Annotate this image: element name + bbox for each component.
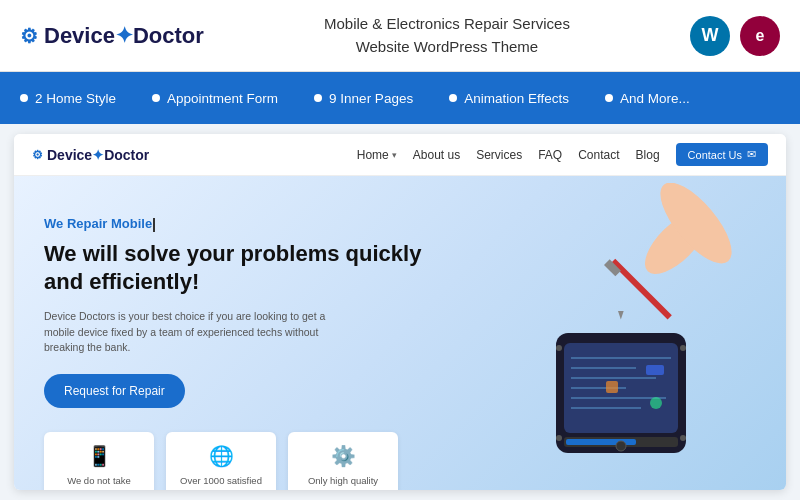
feat-card-0: 📱 We do not take money for diagnostics [44, 432, 154, 490]
platform-icons: W e [690, 16, 780, 56]
cursor-icon [153, 218, 155, 232]
feature-item-3: Animation Effects [431, 91, 587, 106]
hero-tagline: We Repair Mobile [44, 216, 436, 232]
svg-point-19 [556, 345, 562, 351]
feat-card-1-text: Over 1000 satisfied customers [180, 474, 262, 490]
feat-card-1: 🌐 Over 1000 satisfied customers [166, 432, 276, 490]
feature-item-1: Appointment Form [134, 91, 296, 106]
theme-title: Mobile & Electronics Repair Services Web… [324, 13, 570, 58]
nav-blog[interactable]: Blog [636, 148, 660, 162]
svg-point-21 [556, 435, 562, 441]
feat-card-0-text: We do not take money for diagnostics [58, 474, 140, 490]
inner-nav: ⚙ Device✦Doctor Home ▾ About us Services… [14, 134, 786, 176]
chevron-down-icon: ▾ [392, 150, 397, 160]
nav-faq[interactable]: FAQ [538, 148, 562, 162]
wordpress-icon[interactable]: W [690, 16, 730, 56]
feature-item-2: 9 Inner Pages [296, 91, 431, 106]
feature-item-0: 2 Home Style [20, 91, 134, 106]
feature-dot-1 [152, 94, 160, 102]
hero-section: We Repair Mobile We will solve your prob… [14, 176, 786, 490]
hero-content: We Repair Mobile We will solve your prob… [44, 206, 436, 490]
feature-dot-4 [605, 94, 613, 102]
nav-home[interactable]: Home ▾ [357, 148, 397, 162]
brand-logo: ⚙ Device✦Doctor [20, 23, 204, 49]
svg-rect-13 [646, 365, 664, 375]
logo-text: Device✦Doctor [44, 23, 204, 49]
gear-icon: ⚙️ [302, 444, 384, 468]
svg-point-20 [680, 345, 686, 351]
globe-icon: 🌐 [180, 444, 262, 468]
mobile-icon: 📱 [58, 444, 140, 468]
hero-image [436, 176, 776, 490]
feature-cards: 📱 We do not take money for diagnostics 🌐… [44, 432, 436, 490]
features-bar: 2 Home Style Appointment Form 9 Inner Pa… [0, 72, 800, 124]
nav-services[interactable]: Services [476, 148, 522, 162]
feat-card-2: ⚙️ Only high quality components [288, 432, 398, 490]
svg-rect-14 [606, 381, 618, 393]
top-bar: ⚙ Device✦Doctor Mobile & Electronics Rep… [0, 0, 800, 72]
cta-button[interactable]: Request for Repair [44, 374, 185, 408]
preview-card: ⚙ Device✦Doctor Home ▾ About us Services… [14, 134, 786, 490]
feature-dot-2 [314, 94, 322, 102]
inner-logo-icon: ⚙ [32, 148, 43, 162]
feature-item-4: And More... [587, 91, 708, 106]
nav-about[interactable]: About us [413, 148, 460, 162]
elementor-icon[interactable]: e [740, 16, 780, 56]
phone-repair-illustration [456, 183, 756, 483]
contact-button[interactable]: Contact Us ✉ [676, 143, 768, 166]
svg-point-18 [616, 441, 626, 451]
feat-card-2-text: Only high quality components [302, 474, 384, 490]
feature-dot-3 [449, 94, 457, 102]
hero-description: Device Doctors is your best choice if yo… [44, 309, 334, 356]
nav-contact[interactable]: Contact [578, 148, 619, 162]
logo-icon: ⚙ [20, 24, 38, 48]
hero-title: We will solve your problems quickly and … [44, 240, 436, 297]
inner-logo: ⚙ Device✦Doctor [32, 147, 149, 163]
envelope-icon: ✉ [747, 148, 756, 161]
svg-point-15 [650, 397, 662, 409]
inner-nav-links: Home ▾ About us Services FAQ Contact Blo… [357, 143, 768, 166]
feature-dot-0 [20, 94, 28, 102]
svg-point-22 [680, 435, 686, 441]
svg-marker-4 [615, 308, 626, 319]
